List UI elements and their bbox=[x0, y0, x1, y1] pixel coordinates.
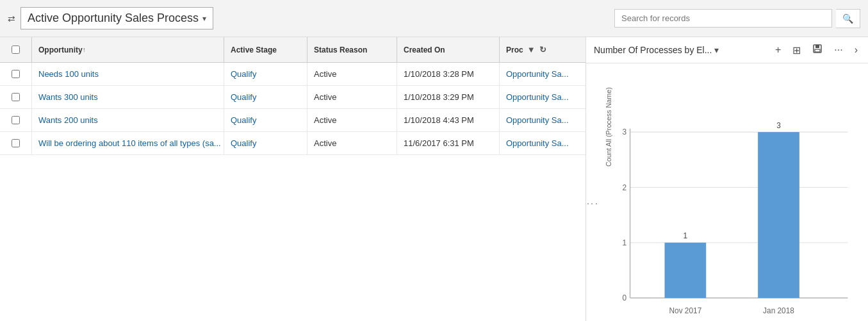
row-checkbox-1[interactable] bbox=[0, 63, 32, 85]
created-text-4: 11/6/2017 6:31 PM bbox=[404, 138, 474, 148]
row-checkbox-2[interactable] bbox=[0, 86, 32, 108]
th-status-label: Status Reason bbox=[314, 45, 367, 54]
chart-expand-button[interactable]: › bbox=[852, 43, 860, 57]
y-tick-0: 0 bbox=[623, 293, 627, 302]
th-opportunity-label: Opportunity bbox=[38, 45, 83, 54]
td-opportunity-1: Needs 100 units bbox=[32, 63, 224, 85]
td-status-3: Active bbox=[307, 109, 397, 131]
chart-title-text: Number Of Processes by El... bbox=[594, 45, 712, 55]
save-icon bbox=[812, 44, 823, 54]
table-row: Needs 100 units Qualify Active 1/10/2018… bbox=[0, 63, 585, 86]
th-active-stage: Active Stage bbox=[224, 37, 307, 62]
bar-jan-2018[interactable] bbox=[758, 132, 799, 298]
chart-title-dropdown[interactable]: ▾ bbox=[714, 45, 719, 55]
chart-body: ⋮ Count All (Process Name) 0 1 2 bbox=[586, 63, 868, 321]
x-tick-nov: Nov 2017 bbox=[669, 306, 701, 315]
stage-link-2[interactable]: Qualify bbox=[231, 92, 256, 102]
chart-save-button[interactable] bbox=[810, 42, 825, 58]
page-title: Active Opportunity Sales Process bbox=[28, 12, 199, 25]
opportunity-link-2[interactable]: Wants 300 units bbox=[38, 92, 98, 102]
td-opportunity-4: Will be ordering about 110 items of all … bbox=[32, 132, 224, 154]
chart-add-button[interactable]: + bbox=[773, 43, 783, 57]
table-panel: Opportunity ↑ Active Stage Status Reason… bbox=[0, 37, 586, 321]
status-text-2: Active bbox=[314, 92, 336, 102]
process-link-2[interactable]: Opportunity Sa... bbox=[506, 92, 569, 102]
th-stage-label: Active Stage bbox=[231, 45, 277, 54]
status-text-1: Active bbox=[314, 69, 336, 79]
td-process-2: Opportunity Sa... bbox=[500, 86, 585, 108]
table-header: Opportunity ↑ Active Stage Status Reason… bbox=[0, 37, 585, 63]
sort-asc-icon[interactable]: ↑ bbox=[83, 46, 86, 53]
chart-title: Number Of Processes by El... ▾ bbox=[594, 45, 767, 55]
created-text-3: 1/10/2018 4:43 PM bbox=[404, 115, 474, 125]
table-row: Will be ordering about 110 items of all … bbox=[0, 132, 585, 155]
table-row: Wants 200 units Qualify Active 1/10/2018… bbox=[0, 109, 585, 132]
chart-actions: + ⊞ ··· › bbox=[773, 42, 860, 58]
filter-icon[interactable]: ▼ bbox=[527, 45, 536, 54]
y-axis-label: Count All (Process Name) bbox=[605, 87, 612, 167]
td-stage-4: Qualify bbox=[224, 132, 307, 154]
td-created-1: 1/10/2018 3:28 PM bbox=[397, 63, 500, 85]
title-dropdown-arrow[interactable]: ▾ bbox=[202, 14, 206, 23]
stage-link-1[interactable]: Qualify bbox=[231, 69, 256, 79]
bar-label-jan: 3 bbox=[776, 121, 781, 130]
bar-label-nov: 1 bbox=[684, 231, 688, 240]
chart-panel: Number Of Processes by El... ▾ + ⊞ ··· ›… bbox=[586, 37, 868, 321]
th-select-all[interactable] bbox=[0, 37, 32, 62]
stage-link-3[interactable]: Qualify bbox=[231, 115, 256, 125]
process-link-1[interactable]: Opportunity Sa... bbox=[506, 69, 569, 79]
top-bar-left: ⇄ Active Opportunity Sales Process ▾ bbox=[8, 7, 614, 29]
td-status-2: Active bbox=[307, 86, 397, 108]
td-stage-3: Qualify bbox=[224, 109, 307, 131]
top-bar-right: 🔍 bbox=[614, 9, 860, 28]
chart-more-button[interactable]: ··· bbox=[831, 43, 845, 57]
main-content: Opportunity ↑ Active Stage Status Reason… bbox=[0, 37, 868, 321]
td-opportunity-3: Wants 200 units bbox=[32, 109, 224, 131]
pin-icon: ⇄ bbox=[8, 13, 15, 24]
th-created-label: Created On bbox=[404, 45, 445, 54]
td-created-4: 11/6/2017 6:31 PM bbox=[397, 132, 500, 154]
x-tick-jan: Jan 2018 bbox=[763, 306, 794, 315]
bar-nov-2017[interactable] bbox=[665, 243, 707, 298]
th-process: Proc ▼ ↻ bbox=[500, 37, 585, 62]
chart-side-dots[interactable]: ⋮ bbox=[586, 70, 599, 321]
process-link-3[interactable]: Opportunity Sa... bbox=[506, 115, 569, 125]
chart-header: Number Of Processes by El... ▾ + ⊞ ··· › bbox=[586, 37, 868, 63]
td-status-4: Active bbox=[307, 132, 397, 154]
td-process-4: Opportunity Sa... bbox=[500, 132, 585, 154]
search-button[interactable]: 🔍 bbox=[836, 9, 860, 28]
title-box: Active Opportunity Sales Process ▾ bbox=[20, 7, 213, 29]
table-row: Wants 300 units Qualify Active 1/10/2018… bbox=[0, 86, 585, 109]
status-text-3: Active bbox=[314, 115, 336, 125]
status-text-4: Active bbox=[314, 138, 336, 148]
select-all-checkbox[interactable] bbox=[12, 45, 20, 54]
process-link-4[interactable]: Opportunity Sa... bbox=[506, 138, 569, 148]
td-process-1: Opportunity Sa... bbox=[500, 63, 585, 85]
created-text-2: 1/10/2018 3:29 PM bbox=[404, 92, 474, 102]
th-status-reason: Status Reason bbox=[307, 37, 397, 62]
th-opportunity: Opportunity ↑ bbox=[32, 37, 224, 62]
svg-rect-1 bbox=[815, 45, 819, 48]
opportunity-link-3[interactable]: Wants 200 units bbox=[38, 115, 98, 125]
td-opportunity-2: Wants 300 units bbox=[32, 86, 224, 108]
row-checkbox-4[interactable] bbox=[0, 132, 32, 154]
chart-svg: Count All (Process Name) 0 1 2 3 bbox=[599, 70, 862, 321]
chart-layout-button[interactable]: ⊞ bbox=[790, 43, 803, 58]
row-checkbox-3[interactable] bbox=[0, 109, 32, 131]
stage-link-4[interactable]: Qualify bbox=[231, 138, 256, 148]
td-process-3: Opportunity Sa... bbox=[500, 109, 585, 131]
top-bar: ⇄ Active Opportunity Sales Process ▾ 🔍 bbox=[0, 0, 868, 37]
y-tick-3: 3 bbox=[623, 128, 627, 136]
chart-svg-container: Count All (Process Name) 0 1 2 3 bbox=[599, 70, 862, 321]
svg-rect-2 bbox=[815, 49, 820, 52]
refresh-icon[interactable]: ↻ bbox=[539, 45, 546, 54]
search-input[interactable] bbox=[614, 9, 832, 28]
opportunity-link-1[interactable]: Needs 100 units bbox=[38, 69, 99, 79]
opportunity-link-4[interactable]: Will be ordering about 110 items of all … bbox=[38, 138, 221, 148]
th-created-on: Created On bbox=[397, 37, 500, 62]
td-stage-2: Qualify bbox=[224, 86, 307, 108]
th-process-label: Proc bbox=[506, 45, 523, 54]
td-status-1: Active bbox=[307, 63, 397, 85]
y-tick-1: 1 bbox=[623, 238, 627, 247]
td-created-3: 1/10/2018 4:43 PM bbox=[397, 109, 500, 131]
